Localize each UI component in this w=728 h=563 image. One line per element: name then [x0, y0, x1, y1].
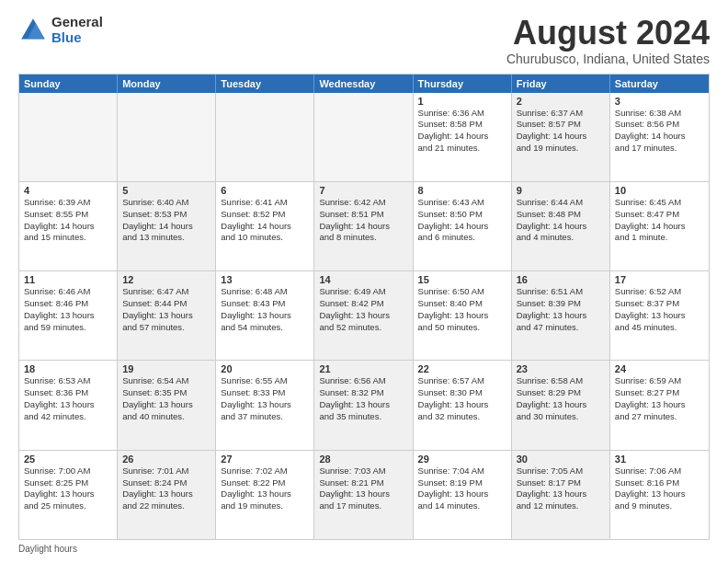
cell-line: Sunrise: 6:58 AM — [517, 375, 605, 387]
calendar-cell: 14Sunrise: 6:49 AMSunset: 8:42 PMDayligh… — [314, 271, 413, 360]
cell-line: and 1 minute. — [615, 232, 704, 244]
cell-line: Daylight: 13 hours — [615, 488, 704, 500]
day-number: 14 — [319, 274, 407, 285]
day-number: 24 — [615, 363, 704, 374]
calendar-cell: 12Sunrise: 6:47 AMSunset: 8:44 PMDayligh… — [118, 271, 216, 360]
calendar: SundayMondayTuesdayWednesdayThursdayFrid… — [18, 74, 710, 540]
day-number: 19 — [122, 363, 210, 374]
title-block: August 2024 Churubusco, Indiana, United … — [506, 15, 710, 66]
cell-line: Sunset: 8:40 PM — [418, 298, 506, 310]
calendar-cell: 15Sunrise: 6:50 AMSunset: 8:40 PMDayligh… — [414, 271, 512, 360]
cell-line: Sunrise: 6:53 AM — [24, 375, 112, 387]
cell-line: and 22 minutes. — [122, 500, 210, 512]
cell-line: and 35 minutes. — [319, 411, 407, 423]
calendar-cell: 11Sunrise: 6:46 AMSunset: 8:46 PMDayligh… — [19, 271, 118, 360]
cell-line: Sunset: 8:33 PM — [221, 387, 309, 399]
day-number: 18 — [24, 363, 112, 374]
cell-line: Daylight: 14 hours — [615, 221, 704, 233]
cell-line: Sunrise: 7:03 AM — [319, 465, 407, 477]
day-number: 30 — [517, 454, 605, 465]
calendar-cell: 5Sunrise: 6:40 AMSunset: 8:53 PMDaylight… — [118, 182, 216, 270]
cell-line: Daylight: 13 hours — [615, 399, 704, 411]
cell-line: Sunrise: 7:05 AM — [517, 465, 605, 477]
calendar-cell: 7Sunrise: 6:42 AMSunset: 8:51 PMDaylight… — [314, 182, 413, 270]
calendar-cell: 2Sunrise: 6:37 AMSunset: 8:57 PMDaylight… — [512, 93, 610, 181]
cell-line: Daylight: 13 hours — [319, 488, 407, 500]
cell-line: and 13 minutes. — [122, 232, 210, 244]
logo-blue: Blue — [51, 30, 103, 46]
cell-line: Sunset: 8:17 PM — [517, 477, 605, 489]
cell-line: Sunset: 8:22 PM — [221, 477, 309, 489]
day-number: 22 — [418, 363, 506, 374]
cell-line: Daylight: 13 hours — [24, 310, 112, 322]
main-title: August 2024 — [506, 15, 710, 52]
cell-line: and 47 minutes. — [517, 322, 605, 334]
calendar-cell — [19, 93, 118, 181]
cell-line: Daylight: 13 hours — [221, 310, 309, 322]
cell-line: Sunrise: 6:36 AM — [418, 108, 506, 120]
calendar-header: SundayMondayTuesdayWednesdayThursdayFrid… — [19, 75, 709, 93]
footer-note: Daylight hours — [18, 540, 710, 554]
day-number: 27 — [221, 454, 309, 465]
cell-line: and 54 minutes. — [221, 322, 309, 334]
cell-line: Sunset: 8:55 PM — [24, 209, 112, 221]
header-cell-wednesday: Wednesday — [314, 75, 413, 93]
cell-line: and 57 minutes. — [122, 322, 210, 334]
calendar-body: 1Sunrise: 6:36 AMSunset: 8:58 PMDaylight… — [19, 93, 709, 539]
day-number: 3 — [615, 96, 704, 107]
cell-line: Sunset: 8:56 PM — [615, 119, 704, 131]
day-number: 10 — [615, 185, 704, 196]
cell-line: Sunrise: 6:57 AM — [418, 375, 506, 387]
cell-line: Sunrise: 6:42 AM — [319, 197, 407, 209]
cell-line: Daylight: 14 hours — [418, 221, 506, 233]
cell-line: Sunrise: 6:38 AM — [615, 108, 704, 120]
header-cell-tuesday: Tuesday — [216, 75, 314, 93]
cell-line: and 50 minutes. — [418, 322, 506, 334]
cell-line: Daylight: 13 hours — [319, 399, 407, 411]
day-number: 26 — [122, 454, 210, 465]
cell-line: Sunset: 8:43 PM — [221, 298, 309, 310]
cell-line: Sunset: 8:35 PM — [122, 387, 210, 399]
calendar-row: 1Sunrise: 6:36 AMSunset: 8:58 PMDaylight… — [19, 93, 709, 182]
logo-general: General — [51, 15, 103, 30]
cell-line: Sunset: 8:25 PM — [24, 477, 112, 489]
cell-line: Sunrise: 6:50 AM — [418, 286, 506, 298]
cell-line: Sunset: 8:52 PM — [221, 209, 309, 221]
header-cell-friday: Friday — [512, 75, 610, 93]
cell-line: and 27 minutes. — [615, 411, 704, 423]
cell-line: Sunset: 8:29 PM — [517, 387, 605, 399]
cell-line: Sunrise: 6:51 AM — [517, 286, 605, 298]
cell-line: Sunset: 8:47 PM — [615, 209, 704, 221]
calendar-cell: 30Sunrise: 7:05 AMSunset: 8:17 PMDayligh… — [512, 451, 610, 539]
cell-line: and 21 minutes. — [418, 143, 506, 155]
cell-line: Sunrise: 6:37 AM — [517, 108, 605, 120]
day-number: 9 — [517, 185, 605, 196]
calendar-cell: 25Sunrise: 7:00 AMSunset: 8:25 PMDayligh… — [19, 451, 118, 539]
cell-line: Sunset: 8:50 PM — [418, 209, 506, 221]
cell-line: Daylight: 13 hours — [122, 488, 210, 500]
cell-line: Sunrise: 6:45 AM — [615, 197, 704, 209]
cell-line: Sunset: 8:21 PM — [319, 477, 407, 489]
cell-line: and 9 minutes. — [615, 500, 704, 512]
calendar-cell: 8Sunrise: 6:43 AMSunset: 8:50 PMDaylight… — [414, 182, 512, 270]
cell-line: and 8 minutes. — [319, 232, 407, 244]
day-number: 20 — [221, 363, 309, 374]
calendar-cell: 16Sunrise: 6:51 AMSunset: 8:39 PMDayligh… — [512, 271, 610, 360]
cell-line: Sunset: 8:32 PM — [319, 387, 407, 399]
calendar-cell — [314, 93, 413, 181]
day-number: 29 — [418, 454, 506, 465]
cell-line: Daylight: 13 hours — [517, 310, 605, 322]
logo: General Blue — [18, 15, 103, 45]
cell-line: Sunrise: 6:56 AM — [319, 375, 407, 387]
header-cell-thursday: Thursday — [414, 75, 512, 93]
cell-line: Daylight: 14 hours — [221, 221, 309, 233]
cell-line: Sunset: 8:46 PM — [24, 298, 112, 310]
calendar-row: 25Sunrise: 7:00 AMSunset: 8:25 PMDayligh… — [19, 451, 709, 539]
calendar-cell: 29Sunrise: 7:04 AMSunset: 8:19 PMDayligh… — [414, 451, 512, 539]
logo-icon — [18, 16, 48, 45]
day-number: 5 — [122, 185, 210, 196]
cell-line: and 12 minutes. — [517, 500, 605, 512]
calendar-cell: 17Sunrise: 6:52 AMSunset: 8:37 PMDayligh… — [610, 271, 709, 360]
cell-line: Sunrise: 6:55 AM — [221, 375, 309, 387]
cell-line: Sunrise: 6:47 AM — [122, 286, 210, 298]
